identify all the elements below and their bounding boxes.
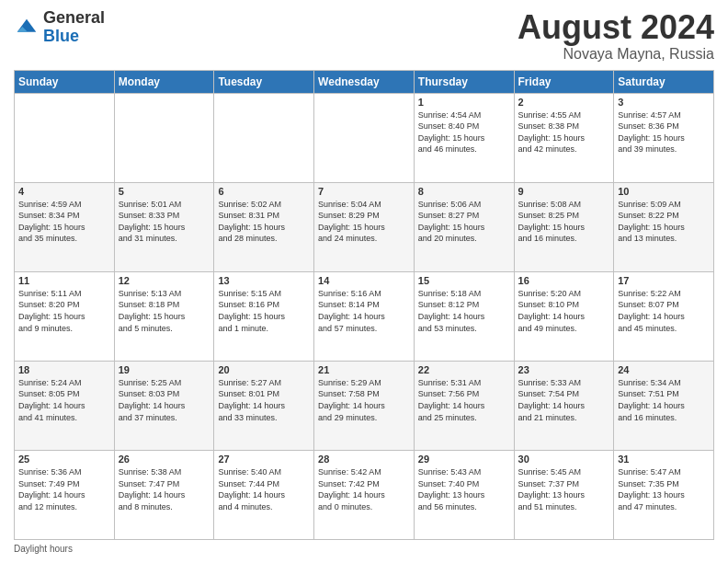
- day-number: 22: [418, 364, 510, 375]
- day-number: 7: [318, 186, 410, 197]
- day-number: 15: [418, 275, 510, 286]
- calendar-cell: 12Sunrise: 5:13 AM Sunset: 8:18 PM Dayli…: [114, 271, 214, 361]
- day-info: Sunrise: 5:18 AM Sunset: 8:12 PM Dayligh…: [418, 288, 510, 334]
- calendar-cell: 11Sunrise: 5:11 AM Sunset: 8:20 PM Dayli…: [15, 271, 115, 361]
- day-info: Sunrise: 5:24 AM Sunset: 8:05 PM Dayligh…: [18, 377, 110, 423]
- calendar-cell: 30Sunrise: 5:45 AM Sunset: 7:37 PM Dayli…: [514, 450, 614, 539]
- day-info: Sunrise: 5:36 AM Sunset: 7:49 PM Dayligh…: [18, 466, 110, 512]
- calendar-cell: 21Sunrise: 5:29 AM Sunset: 7:58 PM Dayli…: [314, 361, 415, 450]
- day-number: 6: [218, 186, 310, 197]
- header-tuesday: Tuesday: [214, 70, 314, 93]
- calendar-cell: 2Sunrise: 4:55 AM Sunset: 8:38 PM Daylig…: [514, 93, 614, 182]
- logo-blue-text: Blue: [43, 28, 105, 46]
- day-number: 25: [18, 454, 110, 465]
- calendar-week-2: 11Sunrise: 5:11 AM Sunset: 8:20 PM Dayli…: [15, 271, 714, 361]
- day-number: 29: [418, 454, 510, 465]
- calendar-cell: 19Sunrise: 5:25 AM Sunset: 8:03 PM Dayli…: [114, 361, 214, 450]
- day-number: 21: [318, 364, 410, 375]
- day-info: Sunrise: 5:04 AM Sunset: 8:29 PM Dayligh…: [318, 199, 410, 245]
- day-number: 23: [518, 364, 610, 375]
- header-thursday: Thursday: [414, 70, 514, 93]
- day-info: Sunrise: 5:47 AM Sunset: 7:35 PM Dayligh…: [618, 466, 710, 512]
- day-number: 2: [518, 97, 610, 108]
- day-number: 12: [119, 275, 210, 286]
- day-info: Sunrise: 5:27 AM Sunset: 8:01 PM Dayligh…: [218, 377, 310, 423]
- calendar-cell: 3Sunrise: 4:57 AM Sunset: 8:36 PM Daylig…: [614, 93, 714, 182]
- day-info: Sunrise: 4:54 AM Sunset: 8:40 PM Dayligh…: [418, 109, 510, 155]
- day-info: Sunrise: 5:20 AM Sunset: 8:10 PM Dayligh…: [518, 288, 610, 334]
- calendar-cell: 24Sunrise: 5:34 AM Sunset: 7:51 PM Dayli…: [614, 361, 714, 450]
- calendar-cell: 1Sunrise: 4:54 AM Sunset: 8:40 PM Daylig…: [414, 93, 514, 182]
- day-info: Sunrise: 5:08 AM Sunset: 8:25 PM Dayligh…: [518, 199, 610, 245]
- header-sunday: Sunday: [15, 70, 115, 93]
- calendar-week-4: 25Sunrise: 5:36 AM Sunset: 7:49 PM Dayli…: [15, 450, 714, 539]
- day-number: 16: [518, 275, 610, 286]
- calendar-cell: 15Sunrise: 5:18 AM Sunset: 8:12 PM Dayli…: [414, 271, 514, 361]
- day-number: 8: [418, 186, 510, 197]
- day-info: Sunrise: 5:13 AM Sunset: 8:18 PM Dayligh…: [119, 288, 210, 334]
- calendar-cell: 13Sunrise: 5:15 AM Sunset: 8:16 PM Dayli…: [214, 271, 314, 361]
- day-info: Sunrise: 5:43 AM Sunset: 7:40 PM Dayligh…: [418, 466, 510, 512]
- day-number: 18: [18, 364, 110, 375]
- calendar-cell: 27Sunrise: 5:40 AM Sunset: 7:44 PM Dayli…: [214, 450, 314, 539]
- calendar-cell: 16Sunrise: 5:20 AM Sunset: 8:10 PM Dayli…: [514, 271, 614, 361]
- day-number: 27: [218, 454, 310, 465]
- calendar-cell: 18Sunrise: 5:24 AM Sunset: 8:05 PM Dayli…: [15, 361, 115, 450]
- calendar-cell: 25Sunrise: 5:36 AM Sunset: 7:49 PM Dayli…: [15, 450, 115, 539]
- header-friday: Friday: [514, 70, 614, 93]
- day-info: Sunrise: 5:16 AM Sunset: 8:14 PM Dayligh…: [318, 288, 410, 334]
- logo: General Blue: [14, 9, 105, 46]
- day-info: Sunrise: 5:11 AM Sunset: 8:20 PM Dayligh…: [18, 288, 110, 334]
- calendar-cell: 20Sunrise: 5:27 AM Sunset: 8:01 PM Dayli…: [214, 361, 314, 450]
- header-wednesday: Wednesday: [314, 70, 415, 93]
- day-info: Sunrise: 5:42 AM Sunset: 7:42 PM Dayligh…: [318, 466, 410, 512]
- daylight-label: Daylight hours: [14, 544, 73, 554]
- day-number: 13: [218, 275, 310, 286]
- day-number: 28: [318, 454, 410, 465]
- title-block: August 2024 Novaya Mayna, Russia: [518, 9, 714, 63]
- header-monday: Monday: [114, 70, 214, 93]
- calendar-cell: 8Sunrise: 5:06 AM Sunset: 8:27 PM Daylig…: [414, 182, 514, 271]
- calendar-cell: 28Sunrise: 5:42 AM Sunset: 7:42 PM Dayli…: [314, 450, 415, 539]
- day-number: 3: [618, 97, 710, 108]
- calendar-cell: 17Sunrise: 5:22 AM Sunset: 8:07 PM Dayli…: [614, 271, 714, 361]
- calendar-cell: 4Sunrise: 4:59 AM Sunset: 8:34 PM Daylig…: [15, 182, 115, 271]
- day-info: Sunrise: 5:06 AM Sunset: 8:27 PM Dayligh…: [418, 199, 510, 245]
- calendar-cell: 22Sunrise: 5:31 AM Sunset: 7:56 PM Dayli…: [414, 361, 514, 450]
- calendar-week-3: 18Sunrise: 5:24 AM Sunset: 8:05 PM Dayli…: [15, 361, 714, 450]
- calendar-cell: 6Sunrise: 5:02 AM Sunset: 8:31 PM Daylig…: [214, 182, 314, 271]
- day-number: 1: [418, 97, 510, 108]
- day-info: Sunrise: 5:22 AM Sunset: 8:07 PM Dayligh…: [618, 288, 710, 334]
- calendar-header-row: Sunday Monday Tuesday Wednesday Thursday…: [15, 70, 714, 93]
- calendar-cell: 29Sunrise: 5:43 AM Sunset: 7:40 PM Dayli…: [414, 450, 514, 539]
- footer-note: Daylight hours: [14, 544, 714, 554]
- day-number: 31: [618, 454, 710, 465]
- day-number: 20: [218, 364, 310, 375]
- day-number: 30: [518, 454, 610, 465]
- calendar-week-0: 1Sunrise: 4:54 AM Sunset: 8:40 PM Daylig…: [15, 93, 714, 182]
- calendar-cell: 26Sunrise: 5:38 AM Sunset: 7:47 PM Dayli…: [114, 450, 214, 539]
- header: General Blue August 2024 Novaya Mayna, R…: [14, 9, 714, 63]
- day-info: Sunrise: 5:40 AM Sunset: 7:44 PM Dayligh…: [218, 466, 310, 512]
- day-number: 26: [119, 454, 210, 465]
- calendar-cell: [214, 93, 314, 182]
- day-info: Sunrise: 5:45 AM Sunset: 7:37 PM Dayligh…: [518, 466, 610, 512]
- calendar-cell: 31Sunrise: 5:47 AM Sunset: 7:35 PM Dayli…: [614, 450, 714, 539]
- day-info: Sunrise: 4:55 AM Sunset: 8:38 PM Dayligh…: [518, 109, 610, 155]
- day-info: Sunrise: 5:34 AM Sunset: 7:51 PM Dayligh…: [618, 377, 710, 423]
- calendar-cell: [114, 93, 214, 182]
- calendar-cell: 14Sunrise: 5:16 AM Sunset: 8:14 PM Dayli…: [314, 271, 415, 361]
- calendar-cell: 9Sunrise: 5:08 AM Sunset: 8:25 PM Daylig…: [514, 182, 614, 271]
- day-number: 4: [18, 186, 110, 197]
- header-saturday: Saturday: [614, 70, 714, 93]
- main-title: August 2024: [518, 9, 714, 46]
- page: General Blue August 2024 Novaya Mayna, R…: [0, 0, 728, 563]
- calendar-table: Sunday Monday Tuesday Wednesday Thursday…: [14, 70, 714, 540]
- day-info: Sunrise: 5:29 AM Sunset: 7:58 PM Dayligh…: [318, 377, 410, 423]
- day-info: Sunrise: 5:31 AM Sunset: 7:56 PM Dayligh…: [418, 377, 510, 423]
- calendar-week-1: 4Sunrise: 4:59 AM Sunset: 8:34 PM Daylig…: [15, 182, 714, 271]
- day-info: Sunrise: 4:57 AM Sunset: 8:36 PM Dayligh…: [618, 109, 710, 155]
- logo-text: General Blue: [43, 9, 105, 46]
- day-info: Sunrise: 5:25 AM Sunset: 8:03 PM Dayligh…: [119, 377, 210, 423]
- calendar-cell: [15, 93, 115, 182]
